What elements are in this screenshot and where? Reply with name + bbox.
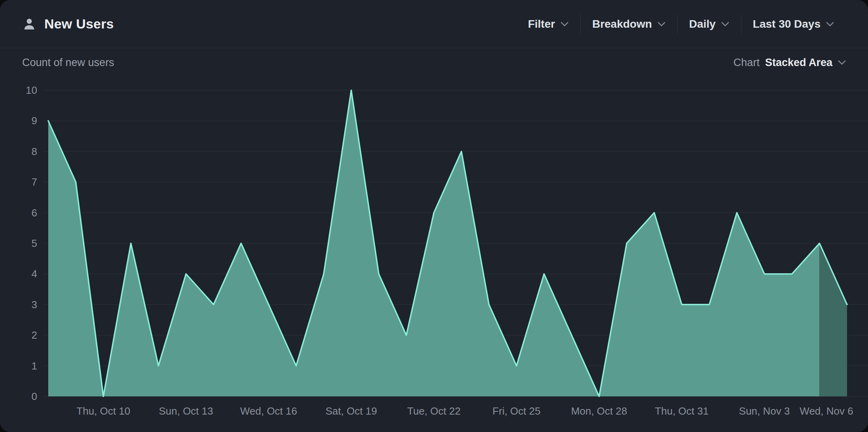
y-axis-tick-label: 6 [32, 207, 37, 219]
x-axis-tick-label: Tue, Oct 22 [407, 405, 461, 417]
chart-subheader: Count of new users Chart Stacked Area [0, 48, 868, 77]
x-axis-tick-label: Wed, Nov 6 [800, 405, 853, 417]
y-axis-tick-label: 3 [32, 299, 37, 311]
chart-type-value: Stacked Area [765, 57, 832, 69]
filter-dropdown-label: Filter [528, 18, 555, 30]
x-axis-tick-label: Thu, Oct 31 [655, 405, 709, 417]
x-axis-tick-label: Sun, Nov 3 [739, 405, 790, 417]
x-axis-tick-label: Fri, Oct 25 [493, 405, 540, 417]
x-axis-tick-label: Thu, Oct 10 [76, 405, 130, 417]
y-axis-tick-label: 1 [32, 360, 37, 372]
x-axis-tick-label: Wed, Oct 16 [240, 405, 297, 417]
user-icon [22, 17, 36, 31]
area-fill-muted [819, 243, 847, 396]
chevron-down-icon [721, 22, 729, 27]
y-axis-tick-label: 2 [32, 329, 37, 341]
x-axis-tick-label: Mon, Oct 28 [571, 405, 627, 417]
chart-type-dropdown[interactable]: Chart Stacked Area [733, 57, 846, 69]
title-wrap: New Users [22, 16, 114, 32]
date-range-dropdown[interactable]: Last 30 Days [741, 18, 846, 30]
header-controls: Filter Breakdown Daily Last 30 Days [516, 18, 846, 30]
y-axis-tick-label: 5 [32, 237, 37, 249]
chart-type-dropdown-caption: Chart [733, 57, 760, 69]
x-axis-tick-label: Sat, Oct 19 [326, 405, 377, 417]
chevron-down-icon [561, 22, 569, 27]
chevron-down-icon [826, 22, 834, 27]
metric-label: Count of new users [22, 57, 114, 69]
y-axis-tick-label: 4 [32, 268, 37, 280]
y-axis-tick-label: 8 [32, 146, 37, 157]
y-axis-tick-label: 7 [32, 176, 37, 188]
breakdown-dropdown-label: Breakdown [592, 18, 652, 30]
chevron-down-icon [838, 60, 846, 65]
page-title: New Users [44, 16, 114, 32]
y-axis-tick-label: 10 [26, 84, 37, 96]
y-axis-tick-label: 9 [32, 115, 37, 127]
area-chart-canvas[interactable]: 012345678910Thu, Oct 10Sun, Oct 13Wed, O… [0, 75, 868, 432]
y-axis-tick-label: 0 [32, 390, 37, 402]
widget-header: New Users Filter Breakdown Daily [0, 0, 868, 48]
filter-dropdown[interactable]: Filter [516, 18, 580, 30]
date-range-dropdown-label: Last 30 Days [753, 18, 821, 30]
x-axis-tick-label: Sun, Oct 13 [159, 405, 213, 417]
granularity-dropdown[interactable]: Daily [677, 18, 741, 30]
new-users-widget: New Users Filter Breakdown Daily [0, 0, 868, 432]
granularity-dropdown-label: Daily [689, 18, 716, 30]
chevron-down-icon [658, 22, 665, 27]
breakdown-dropdown[interactable]: Breakdown [580, 18, 677, 30]
